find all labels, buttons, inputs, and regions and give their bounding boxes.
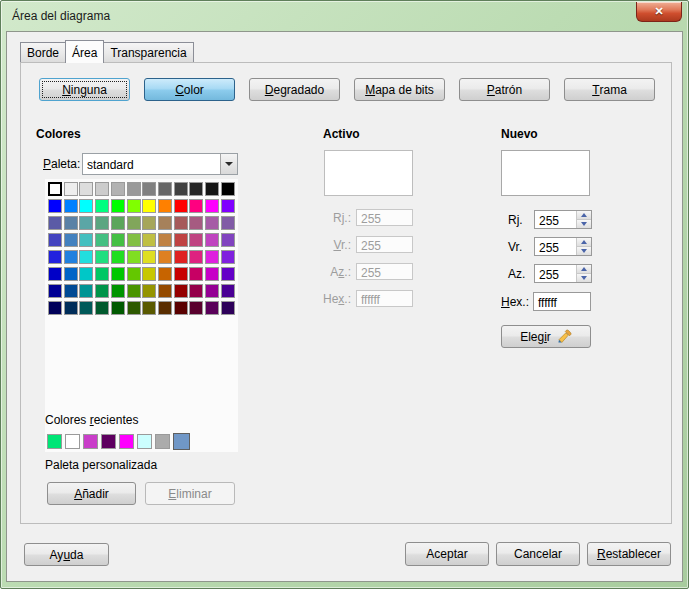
- palette-swatch[interactable]: [158, 233, 172, 247]
- palette-swatch[interactable]: [95, 182, 109, 196]
- palette-swatch[interactable]: [205, 182, 219, 196]
- reset-button[interactable]: Restablecer: [587, 542, 671, 566]
- palette-swatch[interactable]: [48, 216, 62, 230]
- palette-swatch[interactable]: [158, 301, 172, 315]
- palette-swatch[interactable]: [127, 284, 141, 298]
- palette-swatch[interactable]: [127, 267, 141, 281]
- recent-color-swatch[interactable]: [155, 434, 170, 449]
- palette-swatch[interactable]: [205, 216, 219, 230]
- palette-swatch[interactable]: [79, 250, 93, 264]
- palette-swatch[interactable]: [221, 250, 235, 264]
- palette-swatch[interactable]: [79, 233, 93, 247]
- palette-swatch[interactable]: [64, 182, 78, 196]
- tab-transparencia[interactable]: Transparencia: [103, 42, 193, 62]
- palette-swatch[interactable]: [158, 284, 172, 298]
- recent-color-swatch[interactable]: [137, 434, 152, 449]
- palette-swatch[interactable]: [174, 267, 188, 281]
- new-red-value[interactable]: 255: [535, 211, 576, 228]
- new-hex-input[interactable]: ffffff: [533, 292, 591, 311]
- palette-swatch[interactable]: [111, 216, 125, 230]
- palette-swatch[interactable]: [189, 250, 203, 264]
- recent-color-swatch[interactable]: [83, 434, 98, 449]
- recent-color-swatch[interactable]: [65, 434, 80, 449]
- fill-type-ninguna-button[interactable]: Ninguna: [39, 78, 130, 101]
- spin-up-button[interactable]: [577, 211, 591, 220]
- palette-swatch[interactable]: [221, 233, 235, 247]
- palette-swatch[interactable]: [79, 267, 93, 281]
- palette-swatch[interactable]: [221, 199, 235, 213]
- palette-swatch[interactable]: [174, 233, 188, 247]
- palette-swatch[interactable]: [111, 267, 125, 281]
- palette-swatch[interactable]: [79, 284, 93, 298]
- palette-swatch[interactable]: [189, 284, 203, 298]
- palette-swatch[interactable]: [221, 216, 235, 230]
- recent-color-swatch[interactable]: [119, 434, 134, 449]
- palette-swatch[interactable]: [95, 267, 109, 281]
- fill-type-trama-button[interactable]: Trama: [564, 78, 655, 101]
- palette-swatch[interactable]: [95, 199, 109, 213]
- palette-swatch[interactable]: [64, 267, 78, 281]
- fill-type-degradado-button[interactable]: Degradado: [249, 78, 340, 101]
- palette-swatch[interactable]: [158, 250, 172, 264]
- palette-swatch[interactable]: [158, 267, 172, 281]
- fill-type-mapa-de-bits-button[interactable]: Mapa de bits: [354, 78, 445, 101]
- palette-swatch[interactable]: [142, 301, 156, 315]
- palette-swatch[interactable]: [189, 301, 203, 315]
- palette-swatch[interactable]: [189, 182, 203, 196]
- tab-area[interactable]: Área: [65, 40, 104, 63]
- fill-type-color-button[interactable]: Color: [144, 78, 235, 101]
- palette-swatch[interactable]: [79, 301, 93, 315]
- palette-swatch[interactable]: [48, 284, 62, 298]
- palette-swatch[interactable]: [142, 233, 156, 247]
- palette-swatch[interactable]: [95, 284, 109, 298]
- palette-swatch[interactable]: [221, 301, 235, 315]
- palette-swatch[interactable]: [221, 182, 235, 196]
- palette-swatch[interactable]: [127, 301, 141, 315]
- palette-swatch[interactable]: [95, 250, 109, 264]
- spin-down-button[interactable]: [577, 220, 591, 228]
- palette-swatch[interactable]: [127, 199, 141, 213]
- palette-swatch[interactable]: [127, 233, 141, 247]
- palette-swatch[interactable]: [142, 216, 156, 230]
- palette-swatch[interactable]: [174, 301, 188, 315]
- palette-swatch[interactable]: [174, 284, 188, 298]
- palette-swatch[interactable]: [158, 182, 172, 196]
- palette-swatch[interactable]: [142, 284, 156, 298]
- palette-swatch[interactable]: [64, 199, 78, 213]
- palette-swatch[interactable]: [174, 199, 188, 213]
- palette-swatch[interactable]: [111, 182, 125, 196]
- palette-swatch[interactable]: [48, 301, 62, 315]
- palette-swatch[interactable]: [127, 216, 141, 230]
- palette-swatch[interactable]: [64, 250, 78, 264]
- palette-swatch[interactable]: [64, 216, 78, 230]
- close-button[interactable]: ✕: [636, 2, 682, 22]
- palette-swatch[interactable]: [48, 199, 62, 213]
- recent-color-swatch[interactable]: [101, 434, 116, 449]
- palette-swatch[interactable]: [64, 233, 78, 247]
- palette-swatch[interactable]: [95, 301, 109, 315]
- palette-select[interactable]: standard: [82, 153, 238, 175]
- palette-swatch[interactable]: [111, 233, 125, 247]
- palette-swatch[interactable]: [205, 301, 219, 315]
- new-blue-value[interactable]: 255: [535, 265, 576, 282]
- palette-swatch[interactable]: [142, 267, 156, 281]
- palette-swatch[interactable]: [158, 216, 172, 230]
- spin-down-button[interactable]: [577, 274, 591, 282]
- palette-swatch[interactable]: [221, 284, 235, 298]
- palette-swatch[interactable]: [48, 250, 62, 264]
- palette-swatch[interactable]: [205, 199, 219, 213]
- palette-swatch[interactable]: [189, 216, 203, 230]
- palette-swatch[interactable]: [111, 250, 125, 264]
- palette-swatch[interactable]: [64, 284, 78, 298]
- spin-up-button[interactable]: [577, 265, 591, 274]
- palette-swatch[interactable]: [221, 267, 235, 281]
- pick-color-button[interactable]: Elegir: [501, 325, 591, 348]
- recent-color-swatch[interactable]: [47, 434, 62, 449]
- palette-swatch[interactable]: [111, 199, 125, 213]
- add-color-button[interactable]: Añadir: [47, 482, 136, 505]
- palette-swatch[interactable]: [205, 284, 219, 298]
- palette-swatch[interactable]: [189, 199, 203, 213]
- palette-swatch[interactable]: [174, 182, 188, 196]
- cancel-button[interactable]: Cancelar: [496, 542, 580, 566]
- palette-swatch[interactable]: [189, 233, 203, 247]
